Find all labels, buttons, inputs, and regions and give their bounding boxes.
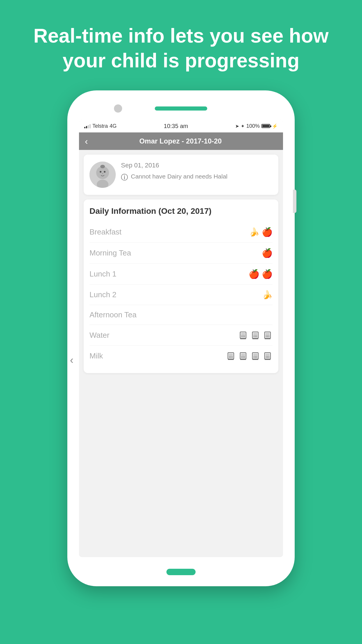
alert-text: Cannot have Dairy and needs Halal <box>131 172 228 181</box>
meal-icons-lunch2: 🍌 <box>262 290 273 300</box>
cup-icon-m1 <box>226 351 236 361</box>
profile-alert: ⓘ Cannot have Dairy and needs Halal <box>121 172 273 182</box>
svg-rect-33 <box>240 359 246 360</box>
apple-icon: 🍎 <box>262 248 273 258</box>
meal-row-milk: Milk <box>89 346 273 366</box>
cup-icon-m2 <box>238 351 248 361</box>
pear-icon: 🍌 <box>249 227 259 237</box>
apple-icon-2: 🍎 <box>262 269 273 279</box>
status-time: 10:35 am <box>164 123 188 130</box>
alert-icon: ⓘ <box>121 173 128 182</box>
cup-icon-2 <box>250 330 260 340</box>
meal-row-morning-tea: Morning Tea 🍎 <box>89 243 273 264</box>
apple-icon: 🍎 <box>262 227 273 237</box>
svg-point-2 <box>100 165 105 168</box>
phone-camera <box>114 104 122 113</box>
meal-label-milk: Milk <box>89 351 103 360</box>
back-button[interactable]: ‹ <box>85 136 88 147</box>
svg-rect-15 <box>252 338 258 339</box>
meal-row-breakfast: Breakfast 🍌 🍎 <box>89 222 273 243</box>
svg-rect-21 <box>265 338 270 339</box>
bluetooth-icon: ✦ <box>241 123 245 129</box>
pear-icon: 🍌 <box>262 290 273 300</box>
svg-rect-45 <box>265 359 270 360</box>
daily-section: Daily Information (Oct 20, 2017) Breakfa… <box>84 200 278 373</box>
svg-rect-9 <box>240 338 246 339</box>
status-left: Telstra 4G <box>84 123 117 129</box>
meal-label-breakfast: Breakfast <box>89 228 122 237</box>
content-area: Sep 01, 2016 ⓘ Cannot have Dairy and nee… <box>79 150 283 557</box>
cup-icon-m3 <box>250 351 260 361</box>
apple-icon: 🍎 <box>249 269 259 279</box>
meal-row-afternoon-tea: Afternoon Tea <box>89 305 273 325</box>
cup-icon-3 <box>263 330 273 340</box>
meal-icons-milk <box>226 351 273 361</box>
profile-card: Sep 01, 2016 ⓘ Cannot have Dairy and nee… <box>84 155 278 195</box>
phone-home <box>166 569 196 575</box>
svg-rect-27 <box>228 359 234 360</box>
nav-bar: ‹ Omar Lopez - 2017-10-20 <box>79 132 283 150</box>
meal-icons-lunch1: 🍎 🍎 <box>249 269 273 279</box>
meal-icons-water <box>238 330 273 340</box>
meal-label-lunch2: Lunch 2 <box>89 290 117 299</box>
battery-icon <box>261 124 270 128</box>
phone-screen: Telstra 4G 10:35 am ➤ ✦ 100% ⚡ ‹ Omar Lo… <box>79 120 283 557</box>
nav-title: Omar Lopez - 2017-10-20 <box>93 137 277 145</box>
network-label: 4G <box>110 123 117 129</box>
meal-icons-morning-tea: 🍎 <box>262 248 273 258</box>
svg-point-5 <box>102 173 103 174</box>
status-bar: Telstra 4G 10:35 am ➤ ✦ 100% ⚡ <box>79 120 283 132</box>
svg-point-4 <box>104 171 106 173</box>
profile-dob: Sep 01, 2016 <box>121 162 273 169</box>
meal-row-lunch1: Lunch 1 🍎 🍎 <box>89 264 273 285</box>
phone-side-button <box>293 190 296 213</box>
svg-rect-39 <box>252 359 258 360</box>
status-right: ➤ ✦ 100% ⚡ <box>235 123 278 129</box>
signal-bars-icon <box>84 124 91 128</box>
meal-label-water: Water <box>89 331 109 340</box>
location-icon: ➤ <box>235 123 239 129</box>
daily-title: Daily Information (Oct 20, 2017) <box>89 206 273 216</box>
profile-info: Sep 01, 2016 ⓘ Cannot have Dairy and nee… <box>121 162 273 182</box>
cup-icon-1 <box>238 330 248 340</box>
meal-row-lunch2: Lunch 2 🍌 <box>89 285 273 305</box>
meal-icons-breakfast: 🍌 🍎 <box>249 227 273 237</box>
meal-row-water: Water <box>89 325 273 346</box>
charging-icon: ⚡ <box>272 123 278 129</box>
phone-mockup: Telstra 4G 10:35 am ➤ ✦ 100% ⚡ ‹ Omar Lo… <box>67 90 295 586</box>
avatar <box>89 162 116 188</box>
scroll-back-indicator: ‹ <box>67 353 76 368</box>
svg-point-3 <box>100 171 101 173</box>
carrier-label: Telstra <box>92 123 108 129</box>
cup-icon-m4 <box>263 351 273 361</box>
meal-label-afternoon-tea: Afternoon Tea <box>89 310 136 319</box>
headline: Real-time info lets you see how your chi… <box>0 0 362 90</box>
meal-label-morning-tea: Morning Tea <box>89 249 131 258</box>
meal-label-lunch1: Lunch 1 <box>89 270 117 279</box>
battery-percentage: 100% <box>246 123 260 129</box>
phone-speaker <box>155 106 207 111</box>
